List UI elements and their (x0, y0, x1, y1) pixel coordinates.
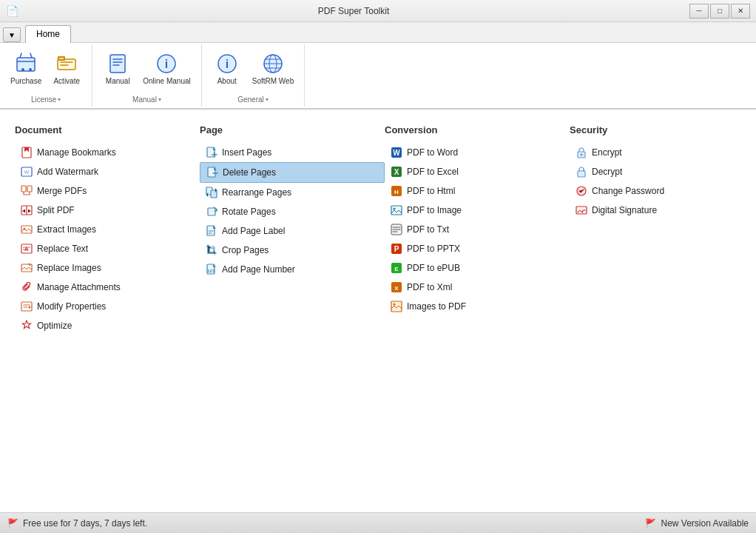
ribbon-group-label-manual: Manual▾ (95, 94, 198, 105)
menu-label-split-pdf: Split PDF (37, 205, 75, 215)
menu-column-document: DocumentManage BookmarksWAdd WatermarkMe… (15, 121, 200, 335)
menu-item-pdf-to-word[interactable]: WPDF to Word (385, 143, 570, 162)
menu-item-pdf-to-epub[interactable]: EPDF to ePUB (385, 258, 570, 278)
menu-label-pdf-to-image: PDF to Image (407, 205, 462, 215)
ribbon: Purchase ActivateLicense▾ Manual i Onlin… (0, 43, 756, 110)
menu-icon-extract-images (21, 224, 33, 235)
status-left: 🚩 Free use for 7 days, 7 days left. (7, 518, 147, 529)
menu-icon-change-password (576, 185, 587, 197)
menu-item-pdf-to-excel[interactable]: XPDF to Excel (385, 162, 570, 181)
quick-access-button[interactable]: ▼ (3, 27, 21, 42)
maximize-button[interactable]: □ (710, 4, 729, 19)
menu-icon-images-to-pdf (391, 301, 402, 312)
close-button[interactable]: ✕ (731, 4, 750, 19)
ribbon-btn-online-manual[interactable]: i Online Manual (138, 49, 195, 89)
ribbon-btn-manual[interactable]: Manual (98, 49, 137, 89)
app-icon: 📄 (6, 5, 18, 17)
menu-label-encrypt: Encrypt (592, 147, 622, 158)
title-bar: 📄 PDF Super Toolkit ─ □ ✕ (0, 0, 756, 22)
menu-item-replace-text[interactable]: AReplace Text (15, 239, 200, 258)
tab-bar: ▼ Home (0, 22, 756, 43)
menu-item-rearrange-pages[interactable]: Rearrange Pages (200, 183, 385, 202)
ribbon-icon-purchase (14, 52, 38, 76)
menu-item-manage-bookmarks[interactable]: Manage Bookmarks (15, 143, 200, 162)
status-right: 🚩 New Version Available (645, 518, 749, 529)
ribbon-btn-about[interactable]: i About (208, 49, 246, 89)
menu-icon-delete-pages (206, 167, 218, 178)
minimize-button[interactable]: ─ (689, 4, 709, 19)
menu-icon-replace-images (21, 262, 33, 274)
menu-icon-optimize (21, 320, 33, 332)
menu-item-pdf-to-pptx[interactable]: PPDF to PPTX (385, 239, 570, 258)
menu-item-rotate-pages[interactable]: Rotate Pages (200, 202, 385, 221)
menu-icon-encrypt (576, 147, 587, 158)
menu-label-pdf-to-xml: PDF to Xml (407, 282, 452, 292)
menu-label-extract-images: Extract Images (37, 224, 96, 235)
status-bar: 🚩 Free use for 7 days, 7 days left. 🚩 Ne… (0, 512, 756, 533)
menu-item-change-password[interactable]: Change Password (570, 181, 755, 201)
menu-item-add-page-number[interactable]: 123Add Page Number (200, 260, 385, 279)
menu-label-pdf-to-word: PDF to Word (407, 147, 458, 158)
menu-icon-add-page-number: 123 (206, 264, 217, 275)
svg-text:i: i (165, 58, 168, 70)
menu-icon-rearrange-pages (206, 187, 217, 198)
menu-icon-pdf-to-txt (391, 224, 402, 235)
menu-item-crop-pages[interactable]: Crop Pages (200, 241, 385, 260)
ribbon-label-about: About (217, 77, 237, 86)
status-text: Free use for 7 days, 7 days left. (23, 518, 147, 529)
menu-label-rotate-pages: Rotate Pages (222, 207, 276, 217)
window-title: PDF Super Toolkit (18, 6, 689, 16)
menu-item-images-to-pdf[interactable]: Images to PDF (385, 297, 570, 316)
menu-item-decrypt[interactable]: Decrypt (570, 162, 755, 181)
menu-icon-merge-pdfs (21, 185, 33, 197)
ribbon-group-general: i About SoftRM WebGeneral▾ (202, 44, 306, 107)
ribbon-btn-purchase[interactable]: Purchase (6, 49, 46, 89)
menu-item-delete-pages[interactable]: Delete Pages (200, 162, 385, 183)
menu-label-pdf-to-pptx: PDF to PPTX (407, 244, 460, 254)
menu-label-rearrange-pages: Rearrange Pages (222, 187, 291, 198)
tab-home[interactable]: Home (25, 25, 71, 43)
menu-item-pdf-to-txt[interactable]: PDF to Txt (385, 220, 570, 239)
menu-item-pdf-to-image[interactable]: PDF to Image (385, 201, 570, 220)
menu-item-split-pdf[interactable]: Split PDF (15, 201, 200, 220)
status-icon-right: 🚩 (645, 518, 656, 529)
ribbon-btn-activate[interactable]: Activate (47, 49, 86, 89)
svg-point-50 (394, 304, 396, 306)
svg-rect-0 (17, 58, 35, 71)
ribbon-group-license: Purchase ActivateLicense▾ (0, 44, 92, 107)
menu-item-optimize[interactable]: Optimize (15, 316, 200, 335)
menu-item-replace-images[interactable]: Replace Images (15, 258, 200, 278)
menu-icon-crop-pages (206, 244, 217, 256)
svg-rect-18 (21, 226, 32, 233)
column-header-security: Security (570, 121, 755, 143)
menu-item-insert-pages[interactable]: Insert Pages (200, 143, 385, 162)
window-controls: ─ □ ✕ (689, 4, 750, 19)
menu-item-add-page-label[interactable]: Add Page Label (200, 221, 385, 241)
menu-item-add-watermark[interactable]: WAdd Watermark (15, 162, 200, 181)
menu-item-extract-images[interactable]: Extract Images (15, 220, 200, 239)
ribbon-label-purchase: Purchase (10, 77, 41, 86)
ribbon-btn-softrm-web[interactable]: SoftRM Web (248, 49, 299, 89)
menu-item-pdf-to-html[interactable]: HPDF to Html (385, 181, 570, 201)
menu-icon-replace-text: A (21, 243, 33, 255)
svg-text:123: 123 (207, 269, 215, 273)
quick-access-toolbar: ▼ (3, 27, 21, 42)
new-version-text: New Version Available (661, 518, 749, 529)
menu-item-merge-pdfs[interactable]: Merge PDFs (15, 181, 200, 201)
menu-column-conversion: ConversionWPDF to WordXPDF to ExcelHPDF … (385, 121, 570, 335)
menu-item-pdf-to-xml[interactable]: XPDF to Xml (385, 278, 570, 297)
column-header-page: Page (200, 121, 385, 143)
menu-item-digital-signature[interactable]: Digital Signature (570, 201, 755, 220)
menu-label-pdf-to-html: PDF to Html (407, 186, 455, 196)
menu-label-pdf-to-excel: PDF to Excel (407, 167, 459, 177)
svg-text:W: W (393, 149, 400, 157)
menu-item-modify-properties[interactable]: Modify Properties (15, 297, 200, 316)
svg-rect-40 (391, 206, 402, 215)
svg-text:X: X (394, 168, 399, 176)
svg-text:P: P (394, 245, 399, 253)
menu-label-insert-pages: Insert Pages (222, 147, 271, 158)
menu-icon-decrypt (576, 166, 587, 178)
menu-icon-pdf-to-word: W (391, 147, 402, 158)
menu-item-manage-attachments[interactable]: Manage Attachments (15, 278, 200, 297)
menu-item-encrypt[interactable]: Encrypt (570, 143, 755, 162)
